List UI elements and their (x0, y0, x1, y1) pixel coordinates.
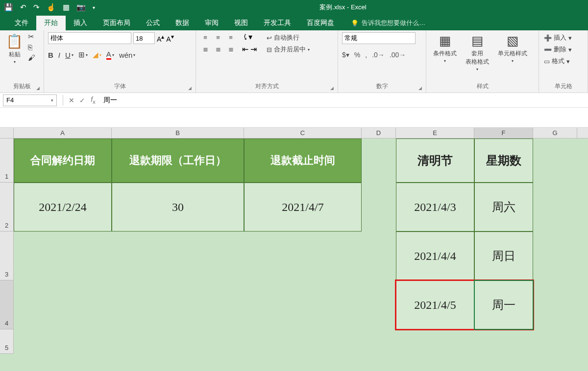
row-header-4[interactable]: 4 (0, 280, 14, 329)
conditional-format-button[interactable]: ▦条件格式▾ (430, 32, 460, 64)
group-label: 剪贴板◢ (4, 81, 40, 92)
format-painter-icon[interactable]: 🖌 (28, 53, 35, 62)
format-table-button[interactable]: ▤套用 表格格式▾ (463, 32, 492, 72)
cancel-formula-icon[interactable]: ✕ (66, 96, 77, 104)
paste-button[interactable]: 📋 粘贴 ▾ (4, 32, 25, 65)
format-cells-button[interactable]: ▭格式 ▾ (543, 56, 571, 67)
cond-format-icon: ▦ (439, 33, 451, 48)
cell-E1[interactable]: 清明节 (396, 139, 474, 183)
cell-B2[interactable]: 30 (112, 183, 244, 232)
tab-insert[interactable]: 插入 (66, 16, 95, 30)
group-clipboard: 📋 粘贴 ▾ ✂ ⎘ 🖌 剪贴板◢ (0, 30, 44, 93)
camera-icon[interactable]: 📷 (76, 3, 86, 12)
formula-input[interactable]: 周一 (98, 96, 588, 105)
tab-review[interactable]: 审阅 (197, 16, 226, 30)
cell-E3[interactable]: 2021/4/4 (396, 232, 474, 280)
confirm-formula-icon[interactable]: ✓ (77, 96, 88, 104)
fill-color-button[interactable]: ◢▾ (93, 50, 101, 60)
tab-formulas[interactable]: 公式 (138, 16, 168, 30)
decrease-indent-icon[interactable]: ⇤ (242, 45, 248, 54)
row-headers: 1 2 3 4 5 (0, 139, 14, 354)
tell-me-search[interactable]: 💡 告诉我您想要做什么… (351, 19, 425, 30)
increase-indent-icon[interactable]: ⇥ (250, 45, 257, 54)
cell-A2[interactable]: 2021/2/24 (14, 183, 112, 232)
cell-F2[interactable]: 周六 (474, 183, 533, 232)
tab-home[interactable]: 开始 (36, 16, 66, 30)
wrap-text-button[interactable]: ↩自动换行 (265, 32, 312, 43)
tab-baidu[interactable]: 百度网盘 (299, 16, 342, 30)
cell-E4[interactable]: 2021/4/5 (396, 280, 474, 329)
underline-button[interactable]: U▾ (65, 50, 74, 60)
comma-button[interactable]: , (365, 51, 367, 59)
font-color-button[interactable]: A▾ (106, 50, 114, 60)
col-header-G[interactable]: G (533, 128, 577, 138)
dialog-launcher-icon[interactable]: ◢ (418, 86, 422, 91)
dialog-launcher-icon[interactable]: ◢ (188, 86, 192, 91)
select-all-corner[interactable] (0, 128, 14, 138)
col-header-E[interactable]: E (396, 128, 474, 138)
decrease-decimal-icon[interactable]: .00→ (390, 51, 406, 59)
row-header-1[interactable]: 1 (0, 139, 14, 183)
tab-data[interactable]: 数据 (168, 16, 197, 30)
phonetic-button[interactable]: wén▾ (119, 50, 136, 60)
bold-button[interactable]: B (48, 50, 53, 60)
cell-E2[interactable]: 2021/4/3 (396, 183, 474, 232)
col-header-A[interactable]: A (14, 128, 112, 138)
insert-cells-button[interactable]: ➕插入 ▾ (543, 32, 573, 43)
copy-icon[interactable]: ⎘ (28, 43, 35, 51)
col-header-C[interactable]: C (244, 128, 362, 138)
save-icon[interactable]: 💾 (4, 3, 13, 12)
align-top-icon[interactable]: ≡ (200, 32, 211, 42)
tab-file[interactable]: 文件 (7, 16, 36, 30)
cell-B1[interactable]: 退款期限（工作日） (112, 139, 244, 183)
merge-center-button[interactable]: ⊟合并后居中 ▾ (265, 44, 312, 55)
cell-F1[interactable]: 星期数 (474, 139, 533, 183)
redo-icon[interactable]: ↷ (33, 3, 40, 12)
row-header-2[interactable]: 2 (0, 183, 14, 232)
cell-F4[interactable]: 周一 (474, 280, 533, 329)
cut-icon[interactable]: ✂ (28, 32, 35, 41)
qat-more-icon[interactable]: ▾ (93, 5, 95, 10)
italic-button[interactable]: I (58, 50, 60, 60)
increase-font-icon[interactable]: A▴ (157, 33, 164, 43)
spreadsheet-grid[interactable]: A B C D E F G 1 2 3 4 5 合同解约日期 退款期限（工作日）… (0, 128, 588, 371)
ribbon-tabs: 文件 开始 插入 页面布局 公式 数据 审阅 视图 开发工具 百度网盘 💡 告诉… (0, 15, 588, 30)
cell-styles-button[interactable]: ▧单元格样式▾ (495, 32, 530, 64)
align-left-icon[interactable]: ≣ (200, 44, 211, 54)
cell-A1[interactable]: 合同解约日期 (14, 139, 112, 183)
increase-decimal-icon[interactable]: .0→ (372, 51, 385, 59)
col-header-D[interactable]: D (362, 128, 396, 138)
border-button[interactable]: ⊞▾ (78, 50, 88, 60)
font-size-select[interactable] (133, 32, 155, 44)
tab-layout[interactable]: 页面布局 (95, 16, 138, 30)
percent-button[interactable]: % (354, 51, 360, 59)
col-header-F[interactable]: F (474, 128, 533, 138)
delete-cells-button[interactable]: ➖删除 ▾ (543, 44, 573, 55)
number-format-select[interactable] (342, 32, 416, 44)
undo-icon[interactable]: ↶ (20, 3, 26, 12)
cell-F3[interactable]: 周日 (474, 232, 533, 280)
font-name-select[interactable] (48, 32, 131, 44)
align-bottom-icon[interactable]: ≡ (225, 32, 236, 42)
col-header-B[interactable]: B (112, 128, 244, 138)
wrap-icon: ↩ (267, 34, 272, 42)
align-right-icon[interactable]: ≣ (225, 44, 236, 54)
touch-mode-icon[interactable]: ☝ (47, 3, 56, 12)
row-header-3[interactable]: 3 (0, 232, 14, 280)
align-center-icon[interactable]: ≣ (213, 44, 223, 54)
accounting-format-button[interactable]: $▾ (342, 51, 349, 59)
cell-C1[interactable]: 退款截止时间 (244, 139, 362, 183)
name-box[interactable]: F4 ▾ (3, 94, 57, 106)
tab-view[interactable]: 视图 (226, 16, 256, 30)
align-middle-icon[interactable]: ≡ (213, 32, 223, 42)
tab-developer[interactable]: 开发工具 (256, 16, 299, 30)
new-icon[interactable]: ▦ (63, 3, 70, 12)
group-label: 字体◢ (48, 81, 192, 92)
decrease-font-icon[interactable]: A▾ (166, 33, 173, 43)
fx-icon[interactable]: fx (88, 95, 98, 105)
row-header-5[interactable]: 5 (0, 329, 14, 354)
dialog-launcher-icon[interactable]: ◢ (36, 86, 40, 91)
orientation-button[interactable]: ⤹▾ (242, 32, 257, 42)
dialog-launcher-icon[interactable]: ◢ (330, 86, 334, 91)
cell-C2[interactable]: 2021/4/7 (244, 183, 362, 232)
